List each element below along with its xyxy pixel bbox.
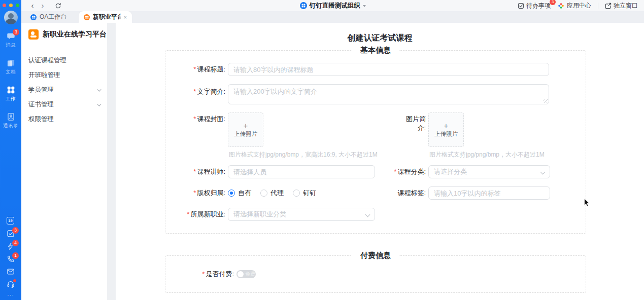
browser-toolbar: ‹ › 钉钉直播测试组织 待办事项 3 应用中心 独立窗口 — [21, 0, 644, 11]
payment-info-section: 付费信息 *是否付费: 免费 — [165, 255, 586, 293]
menu-item-label: 权限管理 — [28, 115, 54, 124]
app-rail: 3 消息 文档 工作 通讯录 19 3 4 — [0, 0, 21, 300]
text-intro-textarea[interactable] — [228, 84, 549, 104]
course-title-input[interactable] — [228, 63, 549, 76]
basic-info-legend: 基本信息 — [352, 46, 399, 55]
radio-own[interactable]: 自有 — [228, 189, 251, 198]
paid-row: *是否付费: 免费 — [165, 270, 586, 279]
rail-tools: 19 3 4 1 ··· — [0, 217, 21, 297]
menu-item-label: 开班啦管理 — [28, 71, 60, 80]
basic-info-section: 基本信息 *课程标题: *文字简介: *课程封面: + 上传照片 — [165, 50, 586, 234]
cover-hint: 图片格式支持jpg/png/bmp，宽高比16:9, 大小不超过1M — [229, 151, 378, 159]
org-title-text: 钉钉直播测试组织 — [310, 2, 360, 10]
app-header: 新职业在线学习平台 — [28, 29, 100, 40]
forward-button[interactable]: › — [38, 1, 48, 11]
messages-badge: 3 — [13, 29, 19, 35]
occupation-label: *所属新职业: — [165, 210, 228, 219]
tab-oa-workbench[interactable]: OA工作台 — [25, 11, 79, 23]
copyright-label: *版权归属: — [165, 189, 228, 198]
radio-icon — [293, 190, 300, 197]
sidebar-item-label: 通讯录 — [3, 123, 18, 129]
sidebar-item-docs[interactable]: 文档 — [0, 56, 21, 78]
radio-dingtalk[interactable]: 钉钉 — [293, 189, 316, 198]
menu-item-class-mgmt[interactable]: 开班啦管理 — [28, 68, 100, 83]
tags-label: 课程标签: — [375, 189, 428, 198]
todo-tool-badge: 3 — [12, 227, 19, 234]
required-marker: * — [193, 88, 196, 95]
app-title: 新职业在线学习平台 — [43, 30, 107, 39]
flash-button[interactable]: 4 — [7, 242, 15, 250]
cover-upload-group: *课程封面: + 上传照片 图片格式支持jpg/png/bmp，宽高比16:9,… — [165, 113, 378, 159]
tags-input[interactable] — [428, 186, 550, 200]
category-label: *课程分类: — [375, 167, 428, 176]
category-select[interactable]: 请选择分类 — [428, 165, 550, 178]
calendar-button[interactable]: 19 — [7, 217, 15, 225]
window-traffic-lights[interactable] — [3, 4, 19, 7]
occupation-row: *所属新职业: 请选择新职业分类 — [165, 208, 586, 221]
copyright-radio-group: 自有 代理 钉钉 — [228, 189, 375, 198]
avatar[interactable] — [4, 11, 18, 24]
sidebar-item-label: 文档 — [6, 69, 16, 76]
menu-item-cert-course-mgmt[interactable]: 认证课程管理 — [28, 53, 100, 68]
minimize-window-icon[interactable] — [9, 4, 13, 7]
text-intro-label: *文字简介: — [165, 84, 228, 96]
required-marker: * — [394, 168, 396, 175]
required-marker: * — [193, 168, 196, 175]
image-intro-upload-box[interactable]: + 上传照片 — [428, 113, 464, 147]
copyright-tags-row: *版权归属: 自有 代理 钉钉 课程标签: — [165, 186, 586, 200]
text-intro-row: *文字简介: — [165, 84, 586, 104]
todo-button[interactable]: 3 — [7, 230, 15, 238]
phone-button[interactable]: 1 — [7, 255, 15, 263]
tab-new-occupation-platform[interactable]: 新职业平台 × — [79, 11, 132, 23]
mail-button[interactable] — [7, 268, 15, 276]
menu-item-student-mgmt[interactable]: 学员管理 — [28, 83, 100, 97]
chat-icon: 3 — [6, 31, 15, 41]
calendar-day: 19 — [7, 217, 14, 224]
service-button[interactable] — [7, 280, 15, 288]
course-title-row: *课程标题: — [165, 63, 586, 76]
refresh-button[interactable] — [55, 3, 61, 9]
flash-badge: 4 — [12, 240, 19, 246]
occupation-select[interactable]: 请选择新职业分类 — [228, 208, 375, 221]
back-button[interactable]: ‹ — [27, 1, 38, 11]
image-intro-upload-group: 图片简介: + 上传照片 图片格式支持jpg/png/bmp，大小不超过1M — [401, 113, 545, 159]
chevron-down-icon — [540, 170, 546, 175]
cover-upload-box[interactable]: + 上传照片 — [228, 113, 263, 147]
paid-toggle[interactable]: 免费 — [236, 270, 256, 278]
uploads-row: *课程封面: + 上传照片 图片格式支持jpg/png/bmp，宽高比16:9,… — [165, 113, 586, 156]
menu-item-label: 学员管理 — [28, 86, 54, 94]
caret-down-icon — [363, 5, 366, 7]
todo-list-badge: 3 — [550, 0, 556, 5]
toggle-knob — [238, 271, 244, 277]
maximize-window-icon[interactable] — [16, 4, 19, 7]
tab-close-icon[interactable]: × — [124, 14, 127, 20]
service-dot-badge — [13, 279, 16, 282]
category-placeholder: 请选择分类 — [434, 167, 467, 176]
close-window-icon[interactable] — [3, 4, 6, 7]
menu-item-certificate-mgmt[interactable]: 证书管理 — [28, 97, 100, 112]
sidebar-item-messages[interactable]: 3 消息 — [0, 29, 21, 51]
refresh-icon — [55, 3, 61, 9]
image-intro-hint: 图片格式支持jpg/png/bmp，大小不超过1M — [429, 151, 545, 159]
radio-agent[interactable]: 代理 — [260, 189, 284, 198]
contacts-icon — [6, 112, 15, 121]
radio-icon — [260, 190, 267, 197]
sidebar-item-work[interactable]: 工作 — [0, 83, 21, 105]
sidebar-item-contacts[interactable]: 通讯录 — [0, 110, 21, 132]
menu-item-label: 证书管理 — [28, 100, 54, 109]
standalone-window-button[interactable]: 独立窗口 — [605, 2, 638, 10]
required-marker: * — [187, 210, 189, 218]
calendar-icon: 19 — [7, 217, 14, 224]
todo-list-button[interactable]: 待办事项 3 — [518, 2, 551, 10]
toggle-text: 免费 — [245, 270, 255, 278]
app-center-button[interactable]: 应用中心 — [557, 2, 591, 10]
mail-icon — [7, 268, 15, 276]
more-button[interactable]: ··· — [7, 293, 14, 297]
lecturer-input[interactable] — [228, 165, 375, 178]
menu-item-permission-mgmt[interactable]: 权限管理 — [28, 112, 100, 127]
topbar: ‹ › 钉钉直播测试组织 待办事项 3 应用中心 独立窗口 — [21, 0, 644, 23]
chevron-down-icon — [97, 102, 101, 106]
org-title[interactable]: 钉钉直播测试组织 — [300, 0, 366, 11]
chevron-down-icon — [97, 87, 101, 91]
side-menu: 认证课程管理 开班啦管理 学员管理 证书管理 权限管理 — [28, 53, 100, 127]
